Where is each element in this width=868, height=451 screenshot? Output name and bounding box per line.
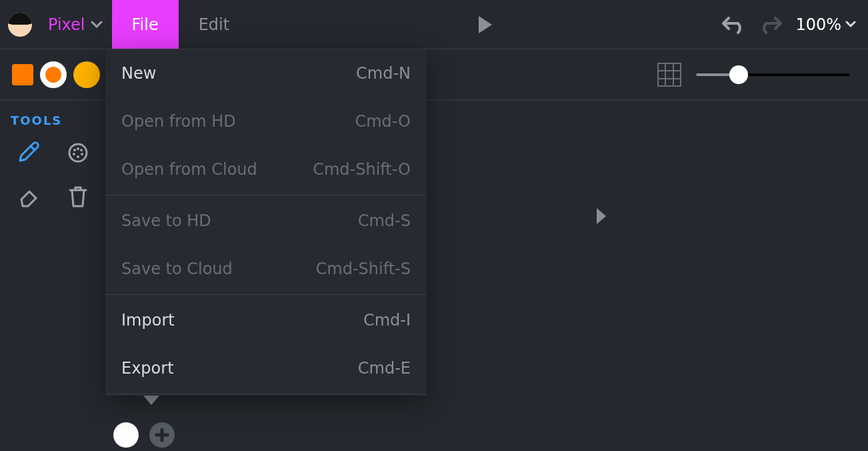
menu-item-shortcut: Cmd-Shift-O [313,160,411,179]
svg-point-3 [73,153,75,155]
chevron-down-icon [91,21,103,29]
slider-knob[interactable] [729,65,748,84]
menu-edit-label: Edit [199,15,229,34]
spray-tool[interactable] [62,139,93,166]
trash-tool[interactable] [62,183,93,210]
chevron-down-icon [845,21,856,28]
menu-item-label: Save to Cloud [121,260,233,278]
menu-item-save-to-cloud: Save to CloudCmd-Shift-S [105,245,427,293]
menu-separator [105,394,427,394]
menu-item-shortcut: Cmd-S [358,211,411,230]
expand-down-arrow-icon[interactable] [142,394,161,407]
color-swatch-secondary[interactable] [73,61,100,88]
menu-separator [105,195,427,195]
redo-icon[interactable] [758,15,783,35]
svg-point-4 [81,153,83,155]
next-frame-arrow-icon[interactable] [595,207,608,226]
zoom-control[interactable]: 100% [795,15,856,34]
zoom-label: 100% [795,15,841,34]
menu-item-import[interactable]: ImportCmd-I [105,296,427,344]
color-swatch-primary[interactable] [12,64,33,85]
mode-selector[interactable]: Pixel [39,0,112,49]
menu-item-shortcut: Cmd-E [358,359,411,378]
menu-item-shortcut: Cmd-N [356,64,411,83]
frame-timeline [113,419,868,451]
svg-point-1 [69,144,87,161]
menu-item-new[interactable]: NewCmd-N [105,49,427,97]
menu-item-shortcut: Cmd-Shift-S [316,260,411,278]
menu-file[interactable]: File [112,0,179,49]
sidebar-heading: TOOLS [11,113,96,127]
svg-point-7 [80,149,83,151]
menu-item-open-from-hd: Open from HDCmd-O [105,97,427,145]
menu-item-save-to-hd: Save to HDCmd-S [105,197,427,245]
pencil-tool[interactable] [12,139,43,166]
zoom-slider[interactable] [696,73,849,76]
svg-point-5 [77,155,79,158]
tool-sidebar: TOOLS [0,100,105,451]
svg-point-6 [73,149,76,151]
menu-item-label: Save to HD [121,211,211,230]
undo-icon[interactable] [721,15,746,35]
menu-item-export[interactable]: ExportCmd-E [105,344,427,392]
play-icon[interactable] [477,15,494,35]
avatar[interactable] [8,13,32,37]
menu-file-label: File [132,15,159,34]
frame-thumb[interactable] [113,422,139,448]
color-swatch-ring[interactable] [40,61,67,88]
menu-item-label: Export [121,359,174,378]
menu-item-open-from-cloud: Open from CloudCmd-Shift-O [105,145,427,193]
eraser-tool[interactable] [12,183,43,210]
mode-label: Pixel [48,15,85,34]
menu-item-shortcut: Cmd-I [363,311,411,330]
menu-item-shortcut: Cmd-O [355,112,411,131]
menubar: Pixel File Edit 100% [0,0,868,49]
grid-toggle-icon[interactable] [657,63,681,87]
svg-point-2 [77,147,79,150]
menu-item-label: Import [121,311,175,330]
menu-edit[interactable]: Edit [179,0,249,49]
menu-item-label: Open from HD [121,112,236,131]
add-frame-button[interactable] [149,422,175,448]
menu-item-label: New [121,64,156,83]
menu-item-label: Open from Cloud [121,160,257,179]
menu-separator [105,294,427,295]
file-dropdown: NewCmd-NOpen from HDCmd-OOpen from Cloud… [105,49,427,396]
svg-rect-0 [658,63,681,86]
